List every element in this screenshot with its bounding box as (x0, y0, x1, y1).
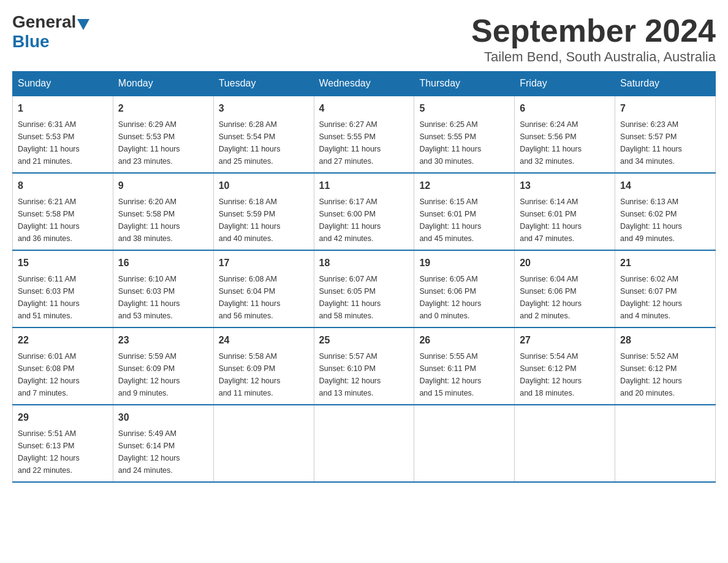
day-number: 24 (219, 333, 309, 348)
calendar-day-4: 4Sunrise: 6:27 AM Sunset: 5:55 PM Daylig… (314, 96, 414, 173)
day-of-week-wednesday: Wednesday (314, 72, 414, 96)
calendar-day-7: 7Sunrise: 6:23 AM Sunset: 5:57 PM Daylig… (615, 96, 716, 173)
calendar-day-14: 14Sunrise: 6:13 AM Sunset: 6:02 PM Dayli… (615, 173, 716, 250)
day-sun-info: Sunrise: 5:51 AM Sunset: 6:13 PM Dayligh… (18, 429, 80, 475)
logo: General Blue (12, 12, 91, 52)
day-sun-info: Sunrise: 5:55 AM Sunset: 6:11 PM Dayligh… (419, 352, 481, 397)
calendar-day-28: 28Sunrise: 5:52 AM Sunset: 6:12 PM Dayli… (615, 327, 716, 405)
day-number: 27 (520, 333, 610, 348)
day-number: 14 (620, 178, 710, 193)
day-number: 4 (319, 101, 409, 116)
day-number: 22 (18, 333, 108, 348)
day-sun-info: Sunrise: 6:01 AM Sunset: 6:08 PM Dayligh… (18, 352, 80, 397)
calendar-day-17: 17Sunrise: 6:08 AM Sunset: 6:04 PM Dayli… (213, 250, 314, 327)
month-title: September 2024 (471, 12, 716, 49)
day-number: 17 (219, 256, 309, 270)
day-number: 12 (419, 178, 509, 193)
calendar-day-9: 9Sunrise: 6:20 AM Sunset: 5:58 PM Daylig… (113, 173, 213, 250)
day-of-week-monday: Monday (113, 72, 213, 96)
day-sun-info: Sunrise: 6:17 AM Sunset: 6:00 PM Dayligh… (319, 197, 381, 243)
day-number: 5 (419, 101, 509, 116)
day-of-week-friday: Friday (515, 72, 615, 96)
day-sun-info: Sunrise: 6:31 AM Sunset: 5:53 PM Dayligh… (18, 120, 80, 166)
calendar-day-15: 15Sunrise: 6:11 AM Sunset: 6:03 PM Dayli… (13, 250, 113, 327)
day-sun-info: Sunrise: 6:02 AM Sunset: 6:07 PM Dayligh… (620, 275, 682, 320)
day-number: 6 (520, 101, 610, 116)
day-sun-info: Sunrise: 6:18 AM Sunset: 5:59 PM Dayligh… (219, 197, 281, 243)
day-sun-info: Sunrise: 5:49 AM Sunset: 6:14 PM Dayligh… (118, 429, 180, 475)
logo-general-text: General (12, 12, 76, 32)
day-sun-info: Sunrise: 6:20 AM Sunset: 5:58 PM Dayligh… (118, 197, 180, 243)
day-number: 16 (118, 256, 208, 270)
calendar-day-12: 12Sunrise: 6:15 AM Sunset: 6:01 PM Dayli… (414, 173, 515, 250)
logo-triangle-icon (77, 19, 89, 30)
calendar-day-23: 23Sunrise: 5:59 AM Sunset: 6:09 PM Dayli… (113, 327, 213, 405)
day-sun-info: Sunrise: 6:04 AM Sunset: 6:06 PM Dayligh… (520, 275, 582, 320)
calendar-day-2: 2Sunrise: 6:29 AM Sunset: 5:53 PM Daylig… (113, 96, 213, 173)
day-sun-info: Sunrise: 5:58 AM Sunset: 6:09 PM Dayligh… (219, 352, 281, 397)
calendar-day-16: 16Sunrise: 6:10 AM Sunset: 6:03 PM Dayli… (113, 250, 213, 327)
calendar-day-19: 19Sunrise: 6:05 AM Sunset: 6:06 PM Dayli… (414, 250, 515, 327)
page-header: General Blue September 2024 Tailem Bend,… (12, 12, 716, 65)
day-number: 30 (118, 410, 208, 425)
day-sun-info: Sunrise: 5:52 AM Sunset: 6:12 PM Dayligh… (620, 352, 682, 397)
day-number: 21 (620, 256, 710, 270)
day-of-week-saturday: Saturday (615, 72, 716, 96)
day-sun-info: Sunrise: 6:21 AM Sunset: 5:58 PM Dayligh… (18, 197, 80, 243)
calendar-day-empty (515, 405, 615, 482)
day-sun-info: Sunrise: 6:13 AM Sunset: 6:02 PM Dayligh… (620, 197, 682, 243)
calendar-day-20: 20Sunrise: 6:04 AM Sunset: 6:06 PM Dayli… (515, 250, 615, 327)
day-number: 26 (419, 333, 509, 348)
day-number: 25 (319, 333, 409, 348)
day-number: 3 (219, 101, 309, 116)
calendar-day-10: 10Sunrise: 6:18 AM Sunset: 5:59 PM Dayli… (213, 173, 314, 250)
day-sun-info: Sunrise: 6:14 AM Sunset: 6:01 PM Dayligh… (520, 197, 582, 243)
calendar-day-30: 30Sunrise: 5:49 AM Sunset: 6:14 PM Dayli… (113, 405, 213, 482)
day-number: 7 (620, 101, 710, 116)
logo-blue-text: Blue (12, 32, 50, 52)
day-sun-info: Sunrise: 5:54 AM Sunset: 6:12 PM Dayligh… (520, 352, 582, 397)
day-number: 18 (319, 256, 409, 270)
day-number: 1 (18, 101, 108, 116)
day-sun-info: Sunrise: 5:59 AM Sunset: 6:09 PM Dayligh… (118, 352, 180, 397)
calendar-day-21: 21Sunrise: 6:02 AM Sunset: 6:07 PM Dayli… (615, 250, 716, 327)
calendar-week-row: 29Sunrise: 5:51 AM Sunset: 6:13 PM Dayli… (13, 405, 716, 482)
day-number: 13 (520, 178, 610, 193)
day-sun-info: Sunrise: 6:08 AM Sunset: 6:04 PM Dayligh… (219, 275, 281, 320)
calendar-day-6: 6Sunrise: 6:24 AM Sunset: 5:56 PM Daylig… (515, 96, 615, 173)
day-of-week-tuesday: Tuesday (213, 72, 314, 96)
calendar-day-8: 8Sunrise: 6:21 AM Sunset: 5:58 PM Daylig… (13, 173, 113, 250)
day-sun-info: Sunrise: 6:15 AM Sunset: 6:01 PM Dayligh… (419, 197, 481, 243)
day-number: 23 (118, 333, 208, 348)
day-sun-info: Sunrise: 5:57 AM Sunset: 6:10 PM Dayligh… (319, 352, 381, 397)
day-number: 9 (118, 178, 208, 193)
day-sun-info: Sunrise: 6:28 AM Sunset: 5:54 PM Dayligh… (219, 120, 281, 166)
day-number: 15 (18, 256, 108, 270)
calendar-day-5: 5Sunrise: 6:25 AM Sunset: 5:55 PM Daylig… (414, 96, 515, 173)
day-number: 10 (219, 178, 309, 193)
calendar-day-11: 11Sunrise: 6:17 AM Sunset: 6:00 PM Dayli… (314, 173, 414, 250)
day-number: 20 (520, 256, 610, 270)
calendar-week-row: 1Sunrise: 6:31 AM Sunset: 5:53 PM Daylig… (13, 96, 716, 173)
title-section: September 2024 Tailem Bend, South Austra… (471, 12, 716, 65)
calendar-week-row: 22Sunrise: 6:01 AM Sunset: 6:08 PM Dayli… (13, 327, 716, 405)
calendar-day-13: 13Sunrise: 6:14 AM Sunset: 6:01 PM Dayli… (515, 173, 615, 250)
location-subtitle: Tailem Bend, South Australia, Australia (471, 49, 716, 65)
day-of-week-thursday: Thursday (414, 72, 515, 96)
calendar-day-22: 22Sunrise: 6:01 AM Sunset: 6:08 PM Dayli… (13, 327, 113, 405)
day-sun-info: Sunrise: 6:24 AM Sunset: 5:56 PM Dayligh… (520, 120, 582, 166)
day-sun-info: Sunrise: 6:07 AM Sunset: 6:05 PM Dayligh… (319, 275, 381, 320)
day-sun-info: Sunrise: 6:10 AM Sunset: 6:03 PM Dayligh… (118, 275, 180, 320)
day-sun-info: Sunrise: 6:11 AM Sunset: 6:03 PM Dayligh… (18, 275, 80, 320)
day-sun-info: Sunrise: 6:25 AM Sunset: 5:55 PM Dayligh… (419, 120, 481, 166)
calendar-week-row: 15Sunrise: 6:11 AM Sunset: 6:03 PM Dayli… (13, 250, 716, 327)
calendar-day-18: 18Sunrise: 6:07 AM Sunset: 6:05 PM Dayli… (314, 250, 414, 327)
calendar-day-empty (213, 405, 314, 482)
day-sun-info: Sunrise: 6:29 AM Sunset: 5:53 PM Dayligh… (118, 120, 180, 166)
calendar-day-29: 29Sunrise: 5:51 AM Sunset: 6:13 PM Dayli… (13, 405, 113, 482)
calendar-day-24: 24Sunrise: 5:58 AM Sunset: 6:09 PM Dayli… (213, 327, 314, 405)
day-number: 29 (18, 410, 108, 425)
calendar-day-27: 27Sunrise: 5:54 AM Sunset: 6:12 PM Dayli… (515, 327, 615, 405)
calendar-day-25: 25Sunrise: 5:57 AM Sunset: 6:10 PM Dayli… (314, 327, 414, 405)
day-number: 2 (118, 101, 208, 116)
